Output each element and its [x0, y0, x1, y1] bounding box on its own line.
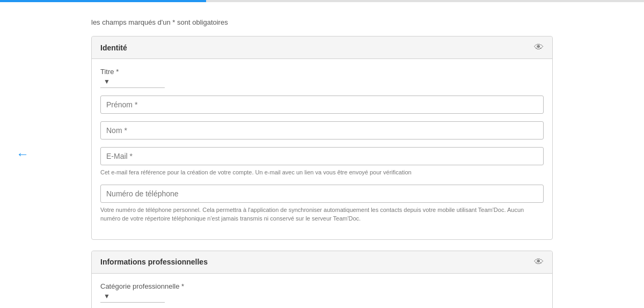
email-input[interactable]: [100, 147, 544, 165]
prenom-input[interactable]: [100, 96, 544, 114]
titre-field: Titre * ▼: [100, 68, 544, 88]
informations-pro-title: Informations professionnelles: [100, 258, 208, 266]
informations-pro-visibility-icon[interactable]: 👁: [534, 256, 544, 268]
informations-pro-section: Informations professionnelles 👁 Catégori…: [91, 251, 553, 309]
identite-section-header: Identité 👁: [92, 36, 552, 59]
required-note: les champs marqués d'un * sont obligatoi…: [91, 18, 553, 26]
identite-title: Identité: [100, 43, 127, 52]
categorie-dropdown[interactable]: ▼: [100, 292, 165, 303]
titre-label: Titre *: [100, 68, 544, 76]
email-field: Cet e-mail fera référence pour la créati…: [100, 147, 544, 177]
identite-section: Identité 👁 Titre * ▼ Cet e-mail fera réf…: [91, 36, 553, 240]
prenom-field: [100, 96, 544, 114]
titre-dropdown-arrow: ▼: [104, 78, 110, 85]
categorie-dropdown-arrow: ▼: [104, 292, 110, 300]
identite-body: Titre * ▼ Cet e-mail fera référence pour…: [92, 59, 552, 239]
telephone-field: Votre numéro de téléphone personnel. Cel…: [100, 185, 544, 223]
page-wrapper: les champs marqués d'un * sont obligatoi…: [80, 2, 564, 308]
nom-input[interactable]: [100, 121, 544, 140]
email-hint: Cet e-mail fera référence pour la créati…: [100, 168, 544, 177]
informations-pro-header: Informations professionnelles 👁: [92, 251, 552, 274]
categorie-label: Catégorie professionnelle *: [100, 282, 544, 290]
telephone-input[interactable]: [100, 185, 544, 203]
identite-visibility-icon[interactable]: 👁: [534, 42, 544, 53]
categorie-field: Catégorie professionnelle * ▼: [100, 282, 544, 303]
informations-pro-body: Catégorie professionnelle * ▼ Qualificat…: [92, 274, 552, 309]
back-arrow-button[interactable]: ←: [16, 146, 29, 162]
titre-dropdown[interactable]: ▼: [100, 78, 165, 88]
telephone-hint: Votre numéro de téléphone personnel. Cel…: [100, 206, 544, 223]
nom-field: [100, 121, 544, 140]
